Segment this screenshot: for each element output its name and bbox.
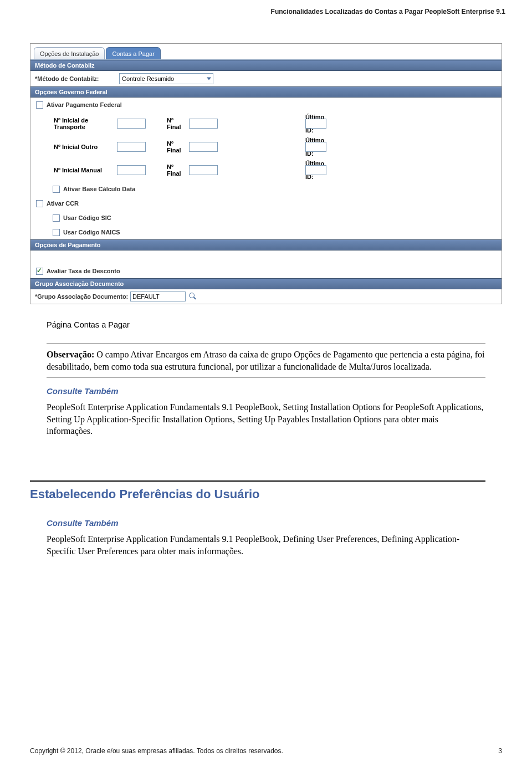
input-ultimo-id-3[interactable]: [305, 165, 326, 175]
label-n-inicial-manual: Nº Inicial Manual: [35, 167, 117, 173]
label-n-final-2: Nº Final: [150, 140, 189, 154]
section-metodo-contabilz: Método de Contabilz: [30, 60, 502, 71]
input-n-final-2[interactable]: [189, 142, 218, 152]
reference-text-2: PeopleSoft Enterprise Application Fundam…: [47, 533, 485, 557]
label-usar-sic: Usar Código SIC: [63, 214, 111, 221]
label-metodo-contabilz: *Método de Contabilz:: [35, 75, 119, 82]
tab-strip: Opções de Instalação Contas a Pagar: [30, 44, 502, 60]
label-n-final-1: Nº Final: [150, 117, 189, 130]
row-transporte: Nº Inicial de Transporte Nº Final Último…: [30, 112, 502, 135]
label-usar-naics: Usar Código NAICS: [63, 229, 120, 236]
section-governo-federal: Opções Governo Federal: [30, 86, 502, 98]
input-grupo-associacao[interactable]: [130, 292, 186, 301]
checkbox-ativar-base-calculo[interactable]: [53, 186, 60, 193]
section-grupo-associacao: Grupo Associação Documento: [30, 278, 502, 289]
reference-text-1: PeopleSoft Enterprise Application Fundam…: [47, 401, 485, 437]
input-n-final-1[interactable]: [189, 119, 218, 129]
document-body: Página Contas a Pagar Observação: O camp…: [47, 320, 485, 557]
label-ultimo-id-2: Último Nº ID:: [228, 137, 305, 157]
divider: [47, 344, 485, 344]
input-n-final-3[interactable]: [189, 165, 218, 175]
figure-caption: Página Contas a Pagar: [47, 320, 485, 329]
input-n-inicial-transporte[interactable]: [117, 119, 146, 129]
input-n-inicial-outro[interactable]: [117, 142, 146, 152]
observacao-note: Observação: O campo Ativar Encargos em A…: [47, 346, 485, 375]
observacao-text: O campo Ativar Encargos em Atraso da cai…: [47, 350, 485, 371]
label-n-inicial-outro: Nº Inicial Outro: [35, 144, 117, 150]
heading-preferencias-usuario: Estabelecendo Preferências do Usuário: [30, 487, 485, 502]
label-ultimo-id-3: Último Nº ID:: [228, 160, 305, 180]
input-ultimo-id-1[interactable]: [305, 119, 326, 129]
label-n-final-3: Nº Final: [150, 163, 189, 177]
see-also-heading-2: Consulte Também: [47, 518, 485, 528]
lookup-icon[interactable]: [189, 293, 197, 300]
see-also-heading-1: Consulte Também: [47, 386, 485, 396]
input-n-inicial-manual[interactable]: [117, 165, 146, 175]
footer-copyright: Copyright © 2012, Oracle e/ou suas empre…: [30, 747, 283, 755]
label-ativar-pagamento-federal: Ativar Pagamento Federal: [47, 101, 122, 108]
input-ultimo-id-2[interactable]: [305, 142, 326, 152]
tab-opcoes-instalacao[interactable]: Opções de Instalação: [34, 47, 105, 59]
section-opcoes-pagamento: Opções de Pagamento: [30, 239, 502, 250]
checkbox-ativar-ccr[interactable]: [36, 200, 43, 207]
checkbox-usar-naics[interactable]: [53, 229, 60, 236]
running-header: Funcionalidades Localizadas do Contas a …: [271, 8, 505, 16]
label-n-inicial-transporte: Nº Inicial de Transporte: [35, 117, 117, 130]
observacao-label: Observação:: [47, 350, 94, 359]
row-outro: Nº Inicial Outro Nº Final Último Nº ID:: [30, 135, 502, 158]
tab-contas-a-pagar[interactable]: Contas a Pagar: [106, 47, 160, 59]
label-ativar-ccr: Ativar CCR: [47, 200, 79, 207]
checkbox-avaliar-taxa[interactable]: [36, 268, 43, 275]
page-footer: Copyright © 2012, Oracle e/ou suas empre…: [30, 747, 502, 755]
checkbox-usar-sic[interactable]: [53, 214, 60, 222]
section-rule: [30, 480, 485, 482]
label-grupo-associacao: *Grupo Associação Documento:: [35, 293, 130, 300]
label-ultimo-id-1: Último Nº ID:: [228, 114, 305, 134]
label-avaliar-taxa: Avaliar Taxa de Desconto: [47, 268, 120, 274]
footer-page-number: 3: [498, 747, 502, 755]
divider: [47, 377, 485, 377]
select-metodo-contabilz[interactable]: Controle Resumido: [119, 73, 213, 84]
row-manual: Nº Inicial Manual Nº Final Último Nº ID:: [30, 158, 502, 182]
checkbox-ativar-pagamento-federal[interactable]: [36, 101, 43, 109]
label-ativar-base-calculo: Ativar Base Cálculo Data: [63, 186, 135, 192]
app-screenshot: Opções de Instalação Contas a Pagar Méto…: [30, 43, 502, 304]
